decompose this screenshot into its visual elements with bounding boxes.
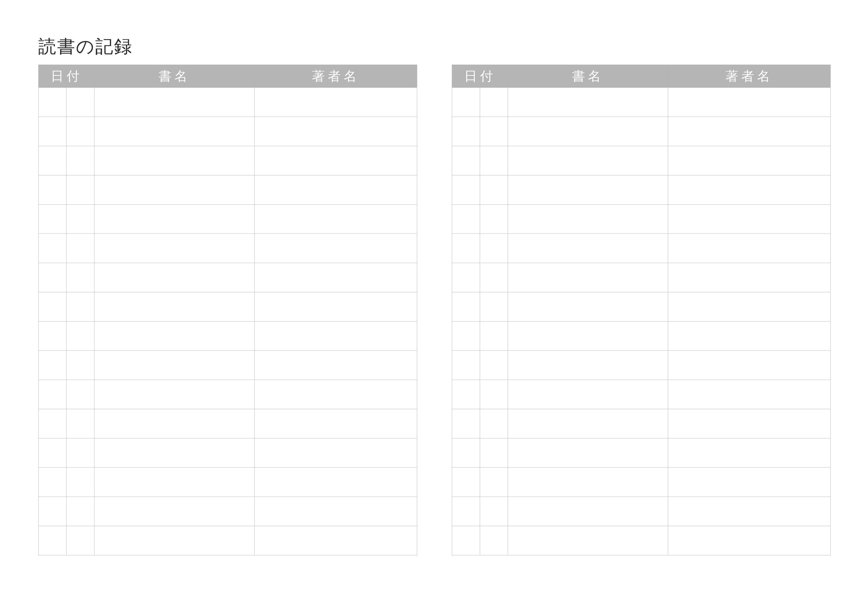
- cell-author: [254, 322, 417, 351]
- cell-title: [508, 88, 668, 117]
- cell-date-b: [67, 292, 95, 322]
- cell-title: [95, 322, 254, 351]
- cell-date-a: [39, 292, 67, 322]
- cell-date-b: [67, 234, 95, 263]
- cell-date-b: [67, 88, 95, 117]
- cell-date-a: [39, 234, 67, 263]
- table-header-row: 日付 書名 著者名: [39, 65, 417, 88]
- table-row: [452, 263, 831, 292]
- table-row: [452, 322, 831, 351]
- cell-author: [254, 263, 417, 292]
- cell-date-b: [480, 205, 508, 234]
- table-row: [452, 497, 831, 526]
- cell-date-a: [452, 117, 480, 146]
- cell-date-a: [39, 526, 67, 555]
- cell-date-b: [67, 322, 95, 351]
- cell-date-b: [67, 351, 95, 380]
- cell-date-b: [67, 409, 95, 438]
- reading-log-table-left: 日付 書名 著者名: [38, 65, 417, 555]
- cell-title: [508, 292, 668, 322]
- cell-title: [95, 263, 254, 292]
- cell-author: [254, 409, 417, 438]
- header-book-title: 書名: [95, 65, 254, 88]
- cell-date-a: [39, 88, 67, 117]
- cell-title: [508, 468, 668, 497]
- header-date: 日付: [39, 65, 95, 88]
- cell-title: [508, 438, 668, 468]
- cell-title: [508, 322, 668, 351]
- table-row: [452, 117, 831, 146]
- cell-date-b: [67, 497, 95, 526]
- header-author: 著者名: [254, 65, 417, 88]
- cell-date-b: [67, 526, 95, 555]
- cell-date-a: [39, 176, 67, 205]
- cell-title: [508, 146, 668, 176]
- cell-author: [668, 468, 831, 497]
- header-author: 著者名: [668, 65, 831, 88]
- cell-date-a: [39, 117, 67, 146]
- cell-author: [668, 176, 831, 205]
- cell-author: [668, 205, 831, 234]
- cell-date-b: [480, 322, 508, 351]
- cell-author: [668, 322, 831, 351]
- cell-title: [508, 409, 668, 438]
- cell-date-a: [452, 88, 480, 117]
- cell-date-a: [39, 205, 67, 234]
- cell-title: [508, 234, 668, 263]
- table-row: [452, 409, 831, 438]
- cell-date-a: [39, 146, 67, 176]
- cell-title: [95, 205, 254, 234]
- cell-title: [95, 438, 254, 468]
- cell-date-b: [67, 438, 95, 468]
- table-row: [452, 438, 831, 468]
- cell-date-a: [452, 205, 480, 234]
- cell-date-a: [39, 438, 67, 468]
- cell-author: [668, 234, 831, 263]
- cell-author: [254, 292, 417, 322]
- table-row: [39, 468, 417, 497]
- cell-title: [95, 146, 254, 176]
- cell-title: [95, 117, 254, 146]
- table-row: [39, 146, 417, 176]
- cell-author: [254, 380, 417, 409]
- cell-title: [95, 292, 254, 322]
- cell-title: [508, 117, 668, 146]
- cell-title: [508, 205, 668, 234]
- cell-date-a: [452, 409, 480, 438]
- table-row: [452, 88, 831, 117]
- cell-author: [668, 292, 831, 322]
- table-row: [452, 234, 831, 263]
- cell-title: [508, 497, 668, 526]
- cell-title: [95, 351, 254, 380]
- cell-date-a: [452, 468, 480, 497]
- cell-date-b: [67, 205, 95, 234]
- cell-date-a: [452, 351, 480, 380]
- cell-title: [508, 263, 668, 292]
- tables-wrapper: 日付 書名 著者名: [38, 65, 831, 555]
- table-row: [39, 263, 417, 292]
- cell-date-b: [480, 526, 508, 555]
- cell-author: [668, 526, 831, 555]
- header-book-title: 書名: [508, 65, 668, 88]
- cell-author: [254, 234, 417, 263]
- cell-date-b: [480, 468, 508, 497]
- cell-title: [95, 88, 254, 117]
- cell-date-b: [480, 292, 508, 322]
- table-row: [39, 88, 417, 117]
- table-row: [39, 497, 417, 526]
- cell-author: [254, 351, 417, 380]
- table-row: [39, 322, 417, 351]
- header-date: 日付: [452, 65, 508, 88]
- cell-date-b: [480, 351, 508, 380]
- cell-title: [508, 380, 668, 409]
- cell-author: [668, 380, 831, 409]
- table-row: [452, 205, 831, 234]
- cell-date-b: [67, 468, 95, 497]
- cell-date-b: [480, 380, 508, 409]
- cell-date-a: [452, 176, 480, 205]
- cell-title: [508, 526, 668, 555]
- cell-date-a: [39, 468, 67, 497]
- table-row: [452, 292, 831, 322]
- page-title: 読書の記録: [38, 35, 831, 59]
- cell-author: [668, 263, 831, 292]
